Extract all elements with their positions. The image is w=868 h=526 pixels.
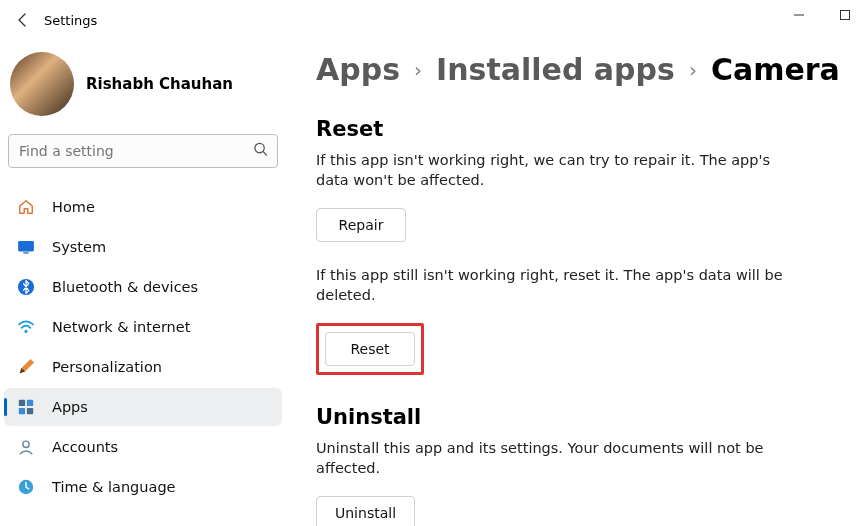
svg-rect-4 (18, 241, 34, 252)
chevron-right-icon: › (689, 58, 697, 82)
reset-description: If this app still isn't working right, r… (316, 266, 786, 305)
home-icon (16, 197, 36, 217)
nav-label: Apps (52, 399, 88, 415)
paintbrush-icon (16, 357, 36, 377)
minimize-icon (793, 9, 805, 21)
sidebar: Rishabh Chauhan Home System Bluetooth & … (0, 40, 286, 526)
breadcrumb-current: Camera (711, 52, 840, 87)
reset-highlight: Reset (316, 323, 424, 375)
window-controls (776, 0, 868, 30)
uninstall-description: Uninstall this app and its settings. You… (316, 439, 786, 478)
svg-rect-8 (19, 400, 25, 406)
nav-accounts[interactable]: Accounts (4, 428, 282, 466)
nav-personalization[interactable]: Personalization (4, 348, 282, 386)
svg-rect-10 (19, 408, 25, 414)
nav-bluetooth[interactable]: Bluetooth & devices (4, 268, 282, 306)
nav-apps[interactable]: Apps (4, 388, 282, 426)
repair-description: If this app isn't working right, we can … (316, 151, 786, 190)
maximize-icon (839, 9, 851, 21)
breadcrumb-installed[interactable]: Installed apps (436, 52, 675, 87)
nav-label: Network & internet (52, 319, 190, 335)
avatar (10, 52, 74, 116)
nav-label: Home (52, 199, 95, 215)
accounts-icon (16, 437, 36, 457)
maximize-button[interactable] (822, 0, 868, 30)
svg-rect-5 (23, 252, 28, 253)
search-icon (253, 142, 268, 161)
nav-label: System (52, 239, 106, 255)
svg-rect-9 (27, 400, 33, 406)
apps-icon (16, 397, 36, 417)
nav-network[interactable]: Network & internet (4, 308, 282, 346)
window-title: Settings (44, 13, 97, 28)
nav-system[interactable]: System (4, 228, 282, 266)
user-profile[interactable]: Rishabh Chauhan (4, 44, 282, 134)
breadcrumb: Apps › Installed apps › Camera (316, 52, 844, 87)
uninstall-heading: Uninstall (316, 405, 844, 429)
system-icon (16, 237, 36, 257)
svg-point-12 (23, 441, 29, 447)
nav-label: Accounts (52, 439, 118, 455)
clock-icon (16, 477, 36, 497)
reset-button[interactable]: Reset (325, 332, 415, 366)
back-button[interactable] (8, 5, 38, 35)
nav-label: Bluetooth & devices (52, 279, 198, 295)
uninstall-button[interactable]: Uninstall (316, 496, 415, 526)
user-name: Rishabh Chauhan (86, 75, 233, 93)
arrow-left-icon (15, 12, 31, 28)
svg-rect-1 (841, 11, 850, 20)
bluetooth-icon (16, 277, 36, 297)
nav-time[interactable]: Time & language (4, 468, 282, 506)
search-field[interactable] (8, 134, 278, 168)
svg-point-2 (255, 143, 264, 152)
nav-label: Personalization (52, 359, 162, 375)
breadcrumb-apps[interactable]: Apps (316, 52, 400, 87)
minimize-button[interactable] (776, 0, 822, 30)
nav-label: Time & language (52, 479, 176, 495)
repair-button[interactable]: Repair (316, 208, 406, 242)
titlebar: Settings (0, 0, 868, 40)
chevron-right-icon: › (414, 58, 422, 82)
main-content: Apps › Installed apps › Camera Reset If … (286, 40, 868, 526)
nav-home[interactable]: Home (4, 188, 282, 226)
nav: Home System Bluetooth & devices Network … (4, 188, 282, 506)
wifi-icon (16, 317, 36, 337)
reset-heading: Reset (316, 117, 844, 141)
svg-line-3 (263, 152, 266, 155)
svg-rect-11 (27, 408, 33, 414)
svg-point-7 (24, 330, 27, 333)
search-input[interactable] (8, 134, 278, 168)
